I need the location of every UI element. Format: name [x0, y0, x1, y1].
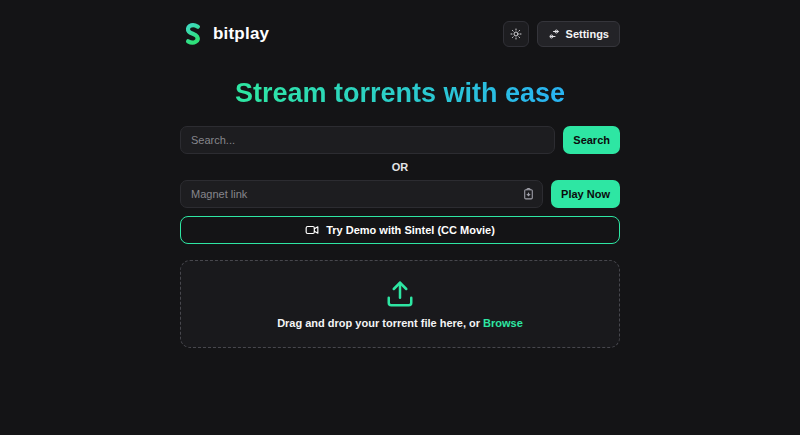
browse-link[interactable]: Browse [483, 317, 523, 329]
sliders-icon [548, 28, 560, 40]
search-input[interactable] [180, 126, 555, 154]
bitplay-logo-icon [180, 21, 206, 47]
magnet-row: Play Now [180, 180, 620, 208]
dropzone-instruction: Drag and drop your torrent file here, or [277, 317, 480, 329]
clipboard-paste-icon [522, 188, 535, 201]
upload-icon [385, 279, 415, 309]
header: bitplay Settings [180, 20, 620, 48]
sun-icon [510, 28, 522, 40]
paste-from-clipboard-button[interactable] [522, 188, 535, 201]
or-divider: OR [180, 161, 620, 173]
page: bitplay Settings [180, 0, 620, 348]
settings-label: Settings [566, 28, 609, 40]
magnet-input-wrap [180, 180, 543, 208]
search-row: Search [180, 126, 620, 154]
torrent-dropzone[interactable]: Drag and drop your torrent file here, or… [180, 260, 620, 348]
try-demo-button[interactable]: Try Demo with Sintel (CC Movie) [180, 216, 620, 244]
settings-button[interactable]: Settings [537, 21, 620, 47]
play-now-button[interactable]: Play Now [551, 180, 620, 208]
try-demo-label: Try Demo with Sintel (CC Movie) [326, 224, 495, 236]
brand: bitplay [180, 21, 269, 47]
theme-toggle-button[interactable] [503, 21, 529, 47]
page-title: Stream torrents with ease [180, 78, 620, 109]
search-button[interactable]: Search [563, 126, 620, 154]
video-camera-icon [305, 223, 319, 237]
dropzone-text: Drag and drop your torrent file here, or… [277, 317, 523, 329]
magnet-link-input[interactable] [180, 180, 543, 208]
header-actions: Settings [503, 21, 620, 47]
brand-name: bitplay [213, 24, 269, 44]
